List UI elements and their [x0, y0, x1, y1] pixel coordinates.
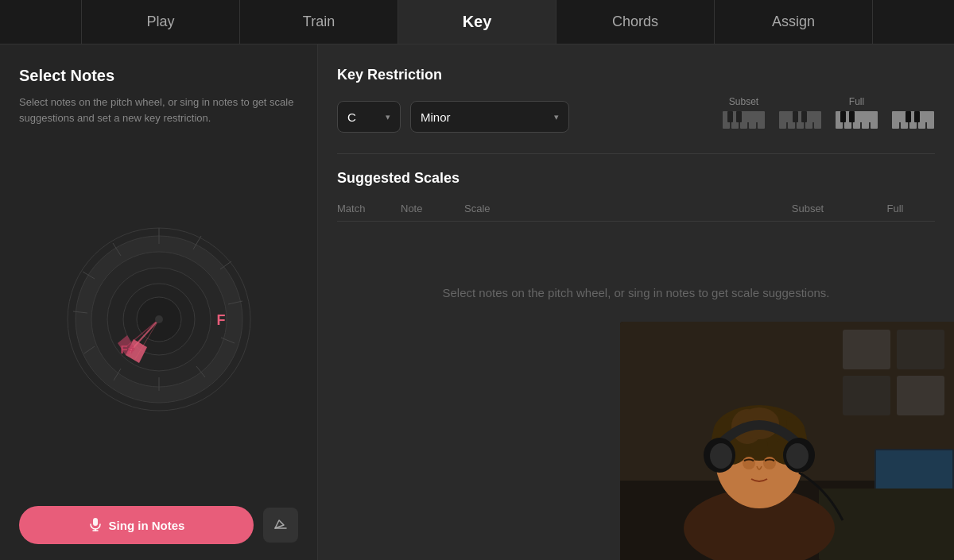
- svg-rect-22: [93, 518, 98, 526]
- svg-point-81: [710, 443, 732, 469]
- note-fsharp-label: F#: [121, 342, 135, 356]
- full-label-2: [891, 96, 935, 107]
- subset-thumbnail-group-2: [778, 96, 822, 137]
- svg-rect-58: [897, 111, 902, 122]
- svg-rect-43: [810, 111, 816, 122]
- top-navigation: Play Train Key Chords Assign: [0, 0, 954, 44]
- empty-state-text: Select notes on the pitch wheel, or sing…: [443, 284, 830, 303]
- scale-dropdown[interactable]: Minor ▾: [410, 101, 569, 133]
- svg-rect-64: [843, 330, 890, 369]
- note-f-label: F: [217, 312, 226, 329]
- subset-piano-2: [778, 110, 822, 134]
- col-match-header: Match: [337, 203, 401, 214]
- subset-label: Subset: [722, 96, 766, 107]
- svg-rect-52: [867, 111, 872, 122]
- col-note-header: Note: [401, 203, 464, 214]
- svg-rect-65: [897, 330, 944, 369]
- svg-rect-60: [914, 111, 920, 122]
- col-full-header: Full: [855, 203, 935, 214]
- panel-title: Select Notes: [19, 67, 298, 85]
- microphone-icon: [88, 517, 103, 534]
- full-piano-1: [835, 110, 878, 134]
- full-thumbnail-group: Full: [835, 96, 878, 137]
- svg-rect-51: [858, 111, 863, 122]
- key-dropdown-arrow: ▾: [386, 112, 390, 122]
- subset-label-2: [778, 96, 822, 107]
- svg-point-85: [763, 457, 776, 469]
- tab-chords[interactable]: Chords: [556, 0, 715, 44]
- full-label: Full: [835, 96, 878, 107]
- key-restriction-row: C ▾ Minor ▾ Subset: [337, 96, 935, 137]
- suggested-scales-section: Suggested Scales: [337, 170, 935, 187]
- svg-rect-41: [793, 111, 798, 122]
- svg-rect-33: [745, 111, 750, 122]
- subset-piano-1: [722, 110, 766, 134]
- video-content: [620, 322, 954, 560]
- erase-button[interactable]: [263, 508, 298, 543]
- video-frame: [620, 322, 954, 560]
- pitch-wheel[interactable]: F F#: [64, 224, 254, 415]
- svg-rect-40: [784, 111, 789, 122]
- svg-rect-59: [906, 111, 911, 122]
- suggested-scales-title: Suggested Scales: [337, 170, 935, 187]
- svg-rect-67: [897, 376, 944, 415]
- video-overlay: [620, 322, 954, 560]
- svg-rect-34: [754, 111, 759, 122]
- svg-rect-31: [727, 111, 733, 122]
- subset-thumbnail-group: Subset: [722, 96, 766, 137]
- tab-train[interactable]: Train: [239, 0, 398, 44]
- scale-value: Minor: [421, 110, 451, 124]
- main-content: Select Notes Select notes on the pitch w…: [0, 44, 954, 560]
- svg-rect-61: [923, 111, 929, 122]
- tab-key[interactable]: Key: [398, 0, 556, 44]
- right-panel: Key Restriction C ▾ Minor ▾ Subset: [318, 44, 954, 560]
- divider: [337, 153, 935, 154]
- key-restriction-title: Key Restriction: [337, 67, 935, 83]
- svg-rect-42: [801, 111, 807, 122]
- col-scale-header: Scale: [464, 203, 760, 214]
- svg-point-21: [155, 315, 163, 323]
- scales-table-header: Match Note Scale Subset Full: [337, 199, 935, 222]
- col-subset-header: Subset: [760, 203, 855, 214]
- erase-icon: [273, 516, 289, 535]
- sing-button-label: Sing in Notes: [109, 519, 185, 532]
- pitch-wheel-container[interactable]: F F#: [19, 141, 298, 496]
- sing-in-notes-button[interactable]: Sing in Notes: [19, 506, 254, 544]
- svg-rect-71: [819, 489, 954, 560]
- pitch-wheel-svg: [64, 224, 254, 415]
- svg-rect-32: [736, 111, 742, 122]
- full-thumbnail-group-2: [891, 96, 935, 137]
- key-dropdown[interactable]: C ▾: [337, 101, 401, 133]
- bottom-controls: Sing in Notes: [19, 496, 298, 544]
- svg-rect-66: [843, 376, 890, 415]
- left-panel: Select Notes Select notes on the pitch w…: [0, 44, 318, 560]
- full-piano-2: [891, 110, 935, 134]
- tab-assign[interactable]: Assign: [714, 0, 873, 44]
- svg-point-83: [786, 443, 809, 469]
- svg-point-84: [743, 457, 755, 469]
- svg-rect-49: [840, 111, 846, 122]
- panel-description: Select notes on the pitch wheel, or sing…: [19, 95, 298, 126]
- tab-play[interactable]: Play: [81, 0, 240, 44]
- key-value: C: [347, 110, 356, 124]
- svg-rect-50: [849, 111, 855, 122]
- scale-dropdown-arrow: ▾: [554, 112, 559, 122]
- keyboard-thumbnails: Subset: [722, 96, 935, 137]
